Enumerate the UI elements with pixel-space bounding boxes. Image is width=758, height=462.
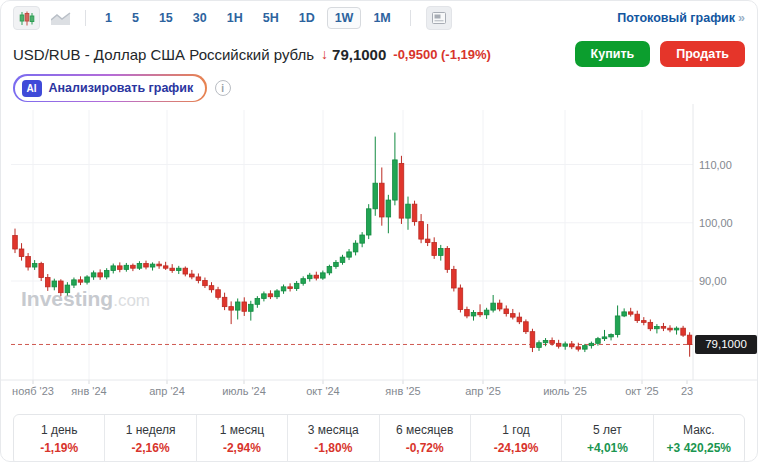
period-change: +3 420,25%	[656, 441, 742, 455]
performance-cell: 6 месяцев-0,72%	[380, 415, 471, 462]
ai-analyze-row: AI Анализировать график i	[1, 69, 757, 102]
period-change: -1,80%	[290, 441, 376, 455]
toolbar-divider	[410, 10, 411, 26]
svg-text:100,00: 100,00	[699, 217, 733, 229]
svg-text:110,00: 110,00	[699, 159, 732, 171]
info-icon[interactable]: i	[215, 80, 231, 96]
ai-analyze-button[interactable]: AI Анализировать график	[13, 74, 207, 102]
price-chart[interactable]: Investing.com110,00100,0090,00нояб '23ян…	[1, 104, 758, 404]
candles-layer	[13, 133, 692, 357]
svg-text:июль '24: июль '24	[222, 385, 266, 397]
axes-layer: 110,00100,0090,00нояб '23янв '24апр '24и…	[1, 104, 758, 397]
line-chart-button[interactable]	[47, 6, 74, 30]
chart-toolbar: 1515301H5H1D1W1M Потоковый график»	[1, 1, 757, 35]
svg-text:янв '25: янв '25	[385, 385, 420, 397]
buy-button[interactable]: Купить	[575, 41, 651, 67]
quote-header: USD/RUB - Доллар США Российский рубль ↓ …	[1, 35, 757, 69]
candlestick-chart-button[interactable]	[13, 6, 40, 30]
sell-button[interactable]: Продать	[660, 41, 745, 67]
performance-cell: 1 год-24,19%	[471, 415, 562, 462]
price-down-arrow-icon: ↓	[321, 46, 328, 62]
chart-widget-card: 1515301H5H1D1W1M Потоковый график» USD/R…	[0, 0, 758, 462]
period-label: 1 месяц	[199, 423, 285, 437]
svg-text:79,1000: 79,1000	[705, 338, 747, 350]
interval-1d[interactable]: 1D	[291, 7, 323, 29]
streaming-chart-link[interactable]: Потоковый график»	[617, 11, 745, 25]
performance-cell: 3 месяца-1,80%	[288, 415, 379, 462]
interval-5h[interactable]: 5H	[255, 7, 287, 29]
svg-text:Investing.com: Investing.com	[21, 287, 150, 310]
period-change: -2,16%	[107, 441, 193, 455]
interval-5[interactable]: 5	[124, 7, 147, 29]
price-change: -0,9500 (-1,19%)	[393, 47, 491, 62]
last-price-tag: 80,0079,1000	[695, 333, 757, 354]
svg-text:июль '25: июль '25	[543, 385, 587, 397]
svg-text:нояб '23: нояб '23	[12, 385, 54, 397]
layout-panel-icon	[432, 12, 446, 24]
pair-title: USD/RUB - Доллар США Российский рубль	[13, 46, 314, 63]
interval-1w[interactable]: 1W	[327, 7, 362, 29]
svg-text:окт '25: окт '25	[625, 385, 658, 397]
period-label: 1 год	[473, 423, 559, 437]
ai-analyze-label: Анализировать график	[49, 81, 194, 95]
period-label: 5 лет	[564, 423, 650, 437]
period-label: 1 день	[16, 423, 102, 437]
performance-cell: Макс.+3 420,25%	[654, 415, 744, 462]
performance-cell: 1 неделя-2,16%	[105, 415, 196, 462]
candlestick-icon	[19, 11, 35, 26]
performance-cell: 1 месяц-2,94%	[197, 415, 288, 462]
svg-text:апр '25: апр '25	[465, 385, 501, 397]
interval-1[interactable]: 1	[97, 7, 120, 29]
period-change: -0,72%	[382, 441, 468, 455]
layout-panel-button[interactable]	[426, 6, 452, 30]
line-chart-icon	[51, 12, 71, 25]
svg-text:90,00: 90,00	[699, 275, 727, 287]
performance-table: 1 день-1,19%1 неделя-2,16%1 месяц-2,94%3…	[13, 414, 745, 462]
period-label: 1 неделя	[107, 423, 193, 437]
interval-selector: 1515301H5H1D1W1M	[97, 7, 399, 29]
svg-text:апр '24: апр '24	[149, 385, 185, 397]
interval-1m[interactable]: 1M	[365, 7, 398, 29]
period-label: 3 месяца	[290, 423, 376, 437]
performance-cell: 1 день-1,19%	[14, 415, 105, 462]
period-label: Макс.	[656, 423, 742, 437]
period-change: -2,94%	[199, 441, 285, 455]
svg-text:окт '24: окт '24	[306, 385, 339, 397]
svg-text:23: 23	[681, 385, 693, 397]
interval-1h[interactable]: 1H	[219, 7, 251, 29]
streaming-chart-label: Потоковый график	[617, 11, 735, 25]
chevron-right-icon: »	[738, 11, 745, 25]
last-price: 79,1000	[332, 46, 386, 63]
period-change: -24,19%	[473, 441, 559, 455]
interval-30[interactable]: 30	[185, 7, 215, 29]
svg-text:янв '24: янв '24	[71, 385, 106, 397]
toolbar-divider	[85, 10, 86, 26]
performance-cell: 5 лет+4,01%	[562, 415, 653, 462]
interval-15[interactable]: 15	[151, 7, 181, 29]
ai-badge-icon: AI	[22, 80, 42, 97]
period-change: -1,19%	[16, 441, 102, 455]
watermark: Investing.com	[21, 287, 150, 310]
period-label: 6 месяцев	[382, 423, 468, 437]
grid-layer	[11, 110, 693, 380]
period-change: +4,01%	[564, 441, 650, 455]
chart-area: Investing.com110,00100,0090,00нояб '23ян…	[1, 104, 757, 404]
